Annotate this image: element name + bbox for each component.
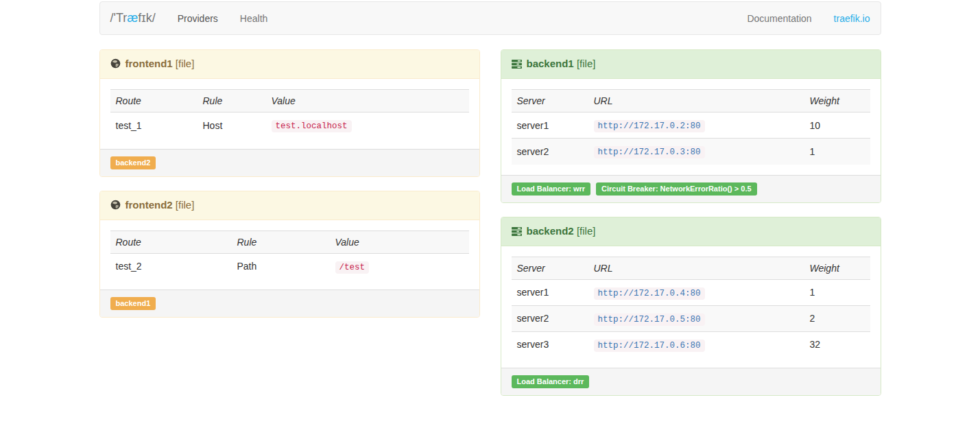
table-header-row: Server URL Weight	[512, 257, 870, 279]
nav-health[interactable]: Health	[240, 13, 267, 24]
backend2-title: backend2	[527, 225, 574, 237]
server-cell: server2	[512, 139, 588, 165]
table-row: server1 http://172.17.0.2:80 10	[512, 113, 870, 139]
tasks-icon	[512, 59, 522, 71]
backends-column: backend1 [file] Server URL Weight	[501, 49, 881, 410]
backend1-provider-tag: [file]	[577, 58, 596, 69]
backend-ref-badge: backend1	[110, 297, 156, 310]
table-header-row: Route Rule Value	[110, 90, 469, 113]
server-url-code: http://172.17.0.2:80	[594, 120, 705, 132]
table-row: server2 http://172.17.0.3:80 1	[512, 139, 870, 165]
brand-text-accent: æ	[127, 11, 138, 25]
server-cell: server3	[512, 331, 588, 357]
frontend1-title: frontend1	[126, 58, 173, 69]
circuit-breaker-badge: Circuit Breaker: NetworkErrorRatio() > 0…	[596, 182, 757, 196]
column-route: Route	[110, 230, 232, 253]
column-value: Value	[266, 90, 469, 113]
backend1-footer: Load Balancer: wrr Circuit Breaker: Netw…	[501, 175, 881, 202]
table-row: test_2 Path /test	[110, 253, 469, 279]
route-cell: test_1	[110, 113, 198, 139]
frontend2-heading: frontend2 [file]	[100, 191, 479, 220]
frontend2-title: frontend2	[126, 199, 173, 211]
backend2-heading: backend2 [file]	[501, 217, 881, 246]
url-cell: http://172.17.0.4:80	[588, 279, 804, 305]
nav-traefik-io[interactable]: traefik.io	[834, 13, 870, 24]
url-cell: http://172.17.0.2:80	[588, 113, 804, 139]
frontend1-heading: frontend1 [file]	[100, 50, 479, 79]
column-server: Server	[512, 257, 588, 279]
server-url-code: http://172.17.0.4:80	[594, 287, 705, 300]
navbar-right: Documentation traefik.io	[725, 13, 870, 24]
weight-cell: 1	[804, 279, 870, 305]
weight-cell: 2	[804, 305, 870, 331]
column-rule: Rule	[232, 230, 330, 253]
url-cell: http://172.17.0.3:80	[588, 139, 804, 165]
server-cell: server1	[512, 113, 588, 139]
server-url-code: http://172.17.0.3:80	[594, 146, 705, 158]
backend2-panel: backend2 [file] Server URL Weight	[501, 217, 881, 397]
server-url-link[interactable]: http://172.17.0.3:80	[594, 145, 705, 156]
backend1-table: Server URL Weight server1 http://172.17.…	[512, 89, 870, 165]
nav-providers[interactable]: Providers	[178, 13, 218, 24]
rule-value-code: test.localhost	[272, 120, 352, 132]
globe-icon	[110, 200, 121, 212]
weight-cell: 1	[804, 139, 870, 165]
column-rule: Rule	[198, 90, 266, 113]
column-weight: Weight	[804, 257, 870, 279]
frontend1-panel: frontend1 [file] Route Rule Value	[99, 49, 480, 177]
frontend2-table: Route Rule Value test_2 Path /test	[110, 230, 469, 280]
table-row: server1 http://172.17.0.4:80 1	[512, 279, 870, 305]
rule-cell: Path	[232, 253, 330, 279]
column-url: URL	[588, 257, 804, 279]
backend1-title: backend1	[527, 58, 574, 69]
frontend1-table: Route Rule Value test_1 Host test.localh…	[110, 89, 469, 139]
load-balancer-badge: Load Balancer: drr	[512, 375, 590, 388]
server-url-code: http://172.17.0.6:80	[594, 340, 705, 352]
content-row: frontend1 [file] Route Rule Value	[99, 49, 881, 410]
server-cell: server1	[512, 279, 588, 305]
column-weight: Weight	[804, 90, 870, 113]
backend1-panel: backend1 [file] Server URL Weight	[501, 49, 881, 203]
server-cell: server2	[512, 305, 588, 331]
load-balancer-badge: Load Balancer: wrr	[512, 182, 591, 196]
brand-logo[interactable]: /'Træfɪk/	[110, 11, 156, 25]
url-cell: http://172.17.0.5:80	[588, 305, 804, 331]
url-cell: http://172.17.0.6:80	[588, 331, 804, 357]
backend2-table: Server URL Weight server1 http://172.17.…	[512, 257, 870, 358]
navbar: /'Træfɪk/ Providers Health Documentation…	[99, 1, 881, 35]
frontend2-footer: backend1	[100, 289, 479, 317]
value-cell: /test	[330, 253, 469, 279]
weight-cell: 10	[804, 113, 870, 139]
route-cell: test_2	[110, 253, 232, 279]
backend1-heading: backend1 [file]	[501, 50, 881, 79]
frontends-column: frontend1 [file] Route Rule Value	[99, 49, 480, 331]
server-url-link[interactable]: http://172.17.0.2:80	[594, 119, 705, 130]
backend1-body: Server URL Weight server1 http://172.17.…	[501, 79, 881, 175]
table-row: test_1 Host test.localhost	[110, 113, 469, 139]
backend2-body: Server URL Weight server1 http://172.17.…	[501, 246, 881, 368]
server-url-code: http://172.17.0.5:80	[594, 313, 705, 326]
brand-text-post: fɪk/	[138, 11, 155, 25]
server-url-link[interactable]: http://172.17.0.5:80	[594, 313, 705, 324]
column-route: Route	[110, 90, 198, 113]
frontend1-body: Route Rule Value test_1 Host test.localh…	[100, 79, 479, 149]
globe-icon	[110, 58, 121, 71]
value-cell: test.localhost	[266, 113, 469, 139]
frontend2-provider-tag: [file]	[176, 199, 195, 211]
frontend1-provider-tag: [file]	[176, 58, 195, 69]
tasks-icon	[512, 226, 522, 238]
column-value: Value	[330, 230, 469, 253]
table-header-row: Route Rule Value	[110, 230, 469, 253]
nav-documentation[interactable]: Documentation	[747, 13, 811, 24]
server-url-link[interactable]: http://172.17.0.4:80	[594, 287, 705, 298]
backend-ref-badge: backend2	[110, 156, 156, 169]
rule-cell: Host	[198, 113, 266, 139]
page-container: /'Træfɪk/ Providers Health Documentation…	[99, 1, 881, 410]
column-server: Server	[512, 90, 588, 113]
weight-cell: 32	[804, 331, 870, 357]
frontend2-body: Route Rule Value test_2 Path /test	[100, 220, 479, 290]
frontend1-footer: backend2	[100, 149, 479, 176]
server-url-link[interactable]: http://172.17.0.6:80	[594, 339, 705, 350]
backend2-footer: Load Balancer: drr	[501, 368, 881, 395]
table-row: server2 http://172.17.0.5:80 2	[512, 305, 870, 331]
